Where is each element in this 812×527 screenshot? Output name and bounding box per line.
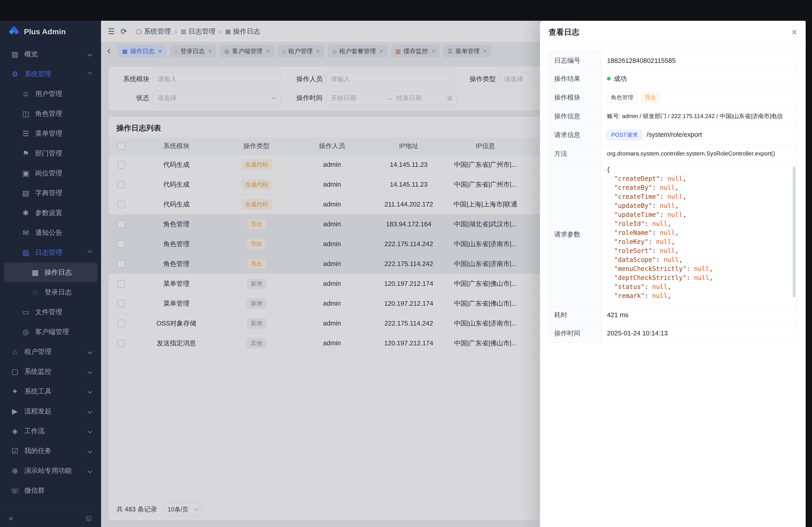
success-dot-icon — [607, 77, 611, 80]
detail-value-request: POST请求/system/role/export — [601, 125, 797, 145]
detail-value-time: 2025-01-24 10:14:13 — [601, 324, 797, 342]
detail-value-result: 成功 — [601, 70, 797, 88]
detail-value-params: { "createDept": null, "createBy": null, … — [601, 163, 797, 306]
detail-row-module: 操作模块 角色管理 导出 — [549, 88, 797, 107]
request-params-code: { "createDept": null, "createBy": null, … — [601, 163, 797, 306]
view-log-drawer: 查看日志 × 日志编号 1882612840802115585 操作结果 成功 … — [540, 21, 806, 527]
detail-row-cost: 耗时 421 ms — [549, 306, 797, 324]
export-tag: 导出 — [641, 92, 660, 103]
log-detail-table: 日志编号 1882612840802115585 操作结果 成功 操作模块 角色… — [549, 51, 797, 343]
close-icon[interactable]: × — [792, 28, 797, 37]
detail-row-result: 操作结果 成功 — [549, 70, 797, 88]
detail-label: 请求信息 — [549, 125, 601, 145]
detail-row-log-id: 日志编号 1882612840802115585 — [549, 51, 797, 70]
detail-row-method: 方法 org.dromara.system.controller.system.… — [549, 145, 797, 163]
detail-label: 请求参数 — [549, 163, 601, 306]
code-scrollbar[interactable] — [793, 167, 796, 297]
request-path: /system/role/export — [647, 131, 702, 138]
detail-value-module: 角色管理 导出 — [601, 88, 797, 107]
detail-value-info: 账号: admin / 研发部门 / 222.175.114.242 / 中国|… — [601, 107, 797, 125]
detail-row-params: 请求参数 { "createDept": null, "createBy": n… — [549, 163, 797, 306]
detail-row-time: 操作时间 2025-01-24 10:14:13 — [549, 324, 797, 342]
browser-chrome-top — [0, 0, 812, 21]
detail-value-method: org.dromara.system.controller.system.Sys… — [601, 145, 797, 163]
detail-label: 操作模块 — [549, 88, 601, 107]
detail-label: 操作信息 — [549, 107, 601, 125]
detail-label: 方法 — [549, 145, 601, 163]
detail-label: 耗时 — [549, 306, 601, 324]
detail-value-cost: 421 ms — [601, 306, 797, 324]
post-method-tag: POST请求 — [607, 130, 642, 140]
browser-scrollbar-strip[interactable] — [806, 21, 812, 527]
detail-row-info: 操作信息 账号: admin / 研发部门 / 222.175.114.242 … — [549, 107, 797, 125]
module-tag: 角色管理 — [607, 92, 637, 103]
detail-label: 操作结果 — [549, 70, 601, 88]
detail-value-log-id: 1882612840802115585 — [601, 51, 797, 70]
app-window: Plus Admin ▧概览 ⚙系统管理 ☺用户管理 ◫角色管理 ☰菜单管理 ⚑… — [0, 21, 806, 527]
drawer-title: 查看日志 — [549, 27, 579, 37]
detail-label: 操作时间 — [549, 324, 601, 342]
detail-label: 日志编号 — [549, 51, 601, 70]
drawer-header: 查看日志 × — [540, 21, 806, 44]
detail-row-request: 请求信息 POST请求/system/role/export — [549, 125, 797, 145]
